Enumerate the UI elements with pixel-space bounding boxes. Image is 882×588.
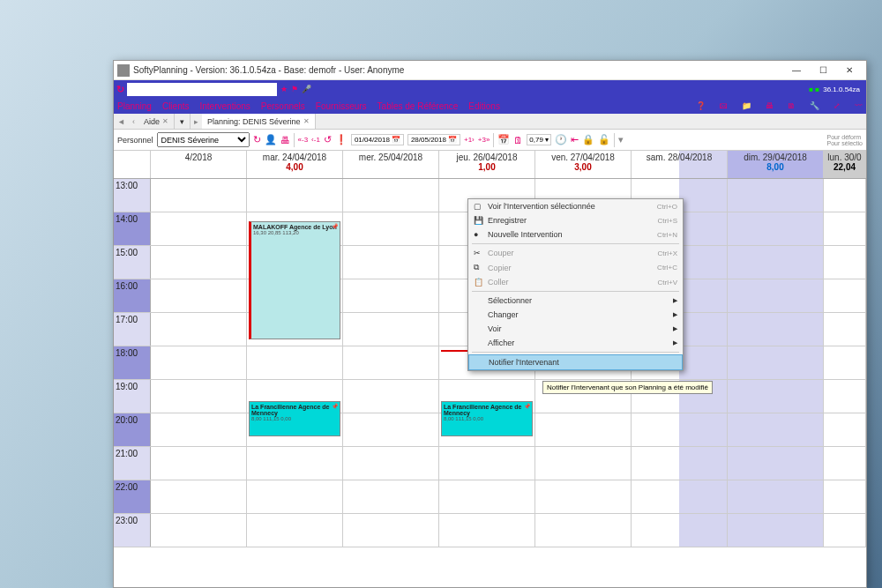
day-header[interactable]: dim. 29/04/20188,00 xyxy=(728,151,824,178)
ctx-item[interactable]: ●Nouvelle InterventionCtrl+N xyxy=(468,227,683,242)
personnel-select[interactable]: DENIS Séverine xyxy=(157,132,250,147)
chevron-right-icon: ▶ xyxy=(673,311,677,318)
refresh-icon[interactable]: ↻ xyxy=(116,84,124,95)
tab-nav-mid[interactable]: ▾ xyxy=(175,114,191,129)
day-header[interactable]: jeu. 26/04/20181,00 xyxy=(439,151,535,178)
tab-nav-next[interactable]: ▸ xyxy=(191,117,202,126)
more-icon[interactable]: ▾ xyxy=(618,134,624,145)
print-icon[interactable]: 🖶 xyxy=(766,101,774,110)
cal1-icon[interactable]: 📅 xyxy=(497,134,510,145)
menu-interventions[interactable]: Interventions xyxy=(200,101,250,111)
flag-icon[interactable]: ⚑ xyxy=(291,85,298,93)
date-start-input[interactable]: 01/04/2018📅 xyxy=(351,134,404,145)
search-input[interactable] xyxy=(127,83,277,96)
close-button[interactable]: ✕ xyxy=(836,63,863,78)
close-icon[interactable]: ✕ xyxy=(303,117,310,125)
calendar-header: 4/2018 mar. 24/04/20184,00 mer. 25/04/20… xyxy=(114,151,866,179)
refresh-icon[interactable]: ↻ xyxy=(253,134,261,145)
reset-icon[interactable]: ↺ xyxy=(324,134,332,145)
tab-nav-prev[interactable]: ◄ xyxy=(114,117,129,126)
ctx-icon: 📋 xyxy=(474,278,488,287)
unlock-icon[interactable]: 🔓 xyxy=(598,134,610,145)
menu-editions[interactable]: Editions xyxy=(468,101,500,111)
wave-icon[interactable]: 〰 xyxy=(855,101,863,110)
time-label: 17:00 xyxy=(114,313,151,346)
ctx-item[interactable]: Changer▶ xyxy=(468,308,683,322)
time-label: 23:00 xyxy=(114,514,151,547)
time-label: 15:00 xyxy=(114,246,151,279)
ctx-item[interactable]: Notifier l'Intervenant xyxy=(468,354,683,370)
menu-planning[interactable]: Planning xyxy=(117,101,152,111)
day-header[interactable]: ven. 27/04/20183,00 xyxy=(535,151,632,178)
person-icon[interactable]: 👤 xyxy=(265,134,277,145)
ctx-icon: ✂ xyxy=(474,249,488,257)
pin-icon: 📌 xyxy=(332,223,338,229)
calendar-icon: 📅 xyxy=(448,136,457,144)
tool-icon[interactable]: 🖂 xyxy=(720,101,728,110)
toolbar-top: ↻ ★ ⚑ 🎤 ■ ■ 36.1.0.54za xyxy=(114,80,866,98)
ctx-item[interactable]: Afficher▶ xyxy=(468,336,683,350)
time-label: 14:00 xyxy=(114,212,151,245)
day-header[interactable]: lun. 30/022,04 xyxy=(824,151,866,178)
menu-tables[interactable]: Tables de Référence xyxy=(377,101,459,111)
menu-clients[interactable]: Clients xyxy=(162,101,190,111)
tab-bar: ◄ ‹ Aide✕ ▾ ▸ Planning: DENIS Séverine✕ xyxy=(114,114,866,130)
day-header[interactable]: mar. 24/04/20184,00 xyxy=(247,151,343,178)
ctx-item[interactable]: 💾EnregistrerCtrl+S xyxy=(468,213,683,227)
day-header[interactable]: sam. 28/04/2018 xyxy=(632,151,728,178)
close-icon[interactable]: ✕ xyxy=(162,117,168,125)
chevron-right-icon: ▶ xyxy=(673,339,677,346)
ctx-item[interactable]: Voir▶ xyxy=(468,322,683,336)
ctx-item[interactable]: ✂CouperCtrl+X xyxy=(468,246,683,260)
version-badge: 36.1.0.54za xyxy=(823,86,860,93)
time-label: 22:00 xyxy=(114,480,151,513)
status-dot: ■ ■ xyxy=(809,86,819,93)
time-label: 16:00 xyxy=(114,279,151,312)
ctx-icon: 💾 xyxy=(474,216,488,225)
pin-icon: 📌 xyxy=(332,403,338,409)
time-label: 19:00 xyxy=(114,380,151,413)
maximize-button[interactable]: ☐ xyxy=(810,63,836,78)
step-p3-icon[interactable]: +3» xyxy=(478,136,490,144)
minimize-button[interactable]: — xyxy=(783,63,810,78)
pin-icon: 📌 xyxy=(524,403,530,409)
doc-icon[interactable]: 🗎 xyxy=(788,101,796,110)
context-menu[interactable]: ▢Voir l'Intervention sélectionnéeCtrl+O💾… xyxy=(467,198,684,371)
day-header[interactable]: 4/2018 xyxy=(151,151,247,178)
tooltip: Notifier l'Intervenant que son Planning … xyxy=(542,381,713,394)
ctx-icon: ▢ xyxy=(474,202,488,211)
step-n3-icon[interactable]: «-3 xyxy=(298,136,309,144)
help-icon[interactable]: ❓ xyxy=(696,101,706,110)
ctx-icon: ● xyxy=(474,230,488,239)
window-title: SoftyPlanning - Version: 36.1.0.54za - B… xyxy=(133,65,404,75)
alert-icon[interactable]: ❗ xyxy=(335,134,348,145)
ctx-item[interactable]: Sélectionner▶ xyxy=(468,294,683,308)
chevron-right-icon: ▶ xyxy=(673,297,677,304)
date-end-input[interactable]: 28/05/2018📅 xyxy=(407,134,460,145)
tab-nav-prev2[interactable]: ‹ xyxy=(129,117,138,126)
zoom-select[interactable]: 0,79 ▾ xyxy=(527,134,551,145)
menu-personnels[interactable]: Personnels xyxy=(261,101,305,111)
ctx-item[interactable]: ⧉CopierCtrl+C xyxy=(468,260,683,275)
cal2-icon[interactable]: 🗓 xyxy=(513,135,523,145)
menu-fournisseurs[interactable]: Fournisseurs xyxy=(316,101,367,111)
wrench-icon[interactable]: 🔧 xyxy=(810,101,819,110)
history-icon[interactable]: 🕐 xyxy=(555,134,567,145)
ctx-icon: ⧉ xyxy=(474,263,488,272)
ctx-item[interactable]: ▢Voir l'Intervention sélectionnéeCtrl+O xyxy=(468,199,683,213)
ctx-item[interactable]: 📋CollerCtrl+V xyxy=(468,275,683,289)
step-p1-icon[interactable]: +1› xyxy=(464,136,475,144)
calendar-icon: 📅 xyxy=(392,136,400,144)
indent-icon[interactable]: ⇤ xyxy=(571,134,579,145)
mic-icon[interactable]: 🎤 xyxy=(302,85,311,93)
tab-planning[interactable]: Planning: DENIS Séverine✕ xyxy=(202,114,316,129)
print-icon[interactable]: 🖶 xyxy=(280,135,290,145)
star-icon[interactable]: ★ xyxy=(280,85,288,93)
day-header[interactable]: mer. 25/04/2018 xyxy=(343,151,439,178)
hint-text: Pour déformPour sélectio xyxy=(827,134,863,146)
step-n1-icon[interactable]: ‹-1 xyxy=(311,136,320,144)
folder-icon[interactable]: 📁 xyxy=(742,101,751,110)
fullscreen-icon[interactable]: ⤢ xyxy=(833,101,841,110)
lock-icon[interactable]: 🔒 xyxy=(582,134,594,145)
tab-aide[interactable]: Aide✕ xyxy=(138,114,175,129)
